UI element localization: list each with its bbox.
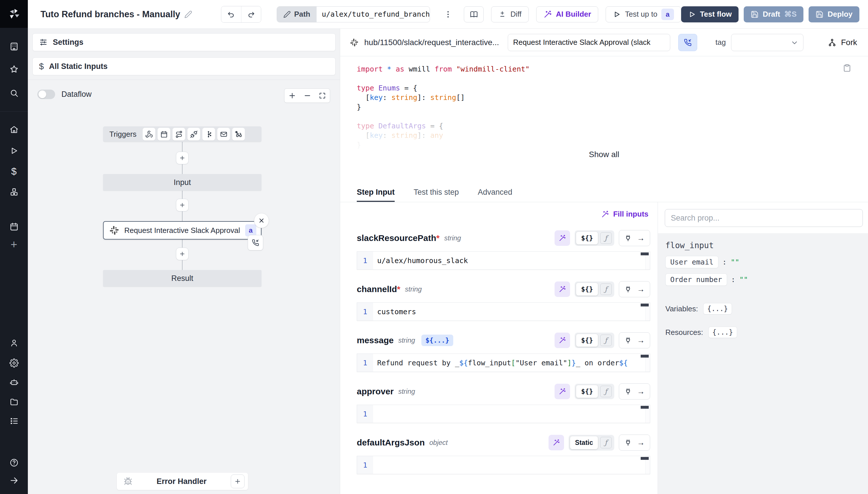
undo-button[interactable] bbox=[221, 6, 241, 22]
field-value[interactable] bbox=[373, 405, 650, 423]
prop-order-number[interactable]: Order number bbox=[665, 273, 727, 286]
workspace-icon[interactable] bbox=[9, 42, 19, 51]
template-mode-button[interactable]: ${} bbox=[576, 334, 598, 347]
prop-user-email[interactable]: User email bbox=[665, 256, 718, 268]
field-value-editor[interactable]: 1 bbox=[357, 405, 650, 423]
route-icon[interactable] bbox=[173, 128, 185, 140]
hub-script-path[interactable]: hub/11500/slack/request_interactive... bbox=[350, 38, 499, 47]
error-handler-node[interactable]: Error Handler bbox=[117, 473, 248, 490]
plug-icon[interactable] bbox=[624, 388, 632, 395]
kafka-icon[interactable] bbox=[202, 128, 215, 140]
draft-button[interactable]: Draft⌘S bbox=[744, 6, 804, 22]
workers-robot-icon[interactable] bbox=[9, 378, 19, 387]
expand-arrow-icon[interactable] bbox=[9, 476, 19, 485]
dataflow-toggle[interactable] bbox=[37, 90, 55, 99]
ai-fill-wand-button[interactable] bbox=[555, 230, 570, 246]
arrow-right-icon[interactable]: → bbox=[637, 234, 645, 243]
remove-step-button[interactable] bbox=[254, 213, 269, 228]
ai-fill-wand-button[interactable] bbox=[555, 282, 570, 297]
field-value[interactable] bbox=[373, 456, 650, 474]
diff-button[interactable]: Diff bbox=[491, 6, 529, 22]
zoom-out-button[interactable] bbox=[303, 92, 312, 100]
javascript-mode-button[interactable]: ƒ bbox=[600, 232, 612, 244]
favorites-star-icon[interactable] bbox=[9, 64, 19, 74]
variables-expand-pill[interactable]: {...} bbox=[703, 303, 732, 315]
field-value[interactable]: Refund request by _${flow_input["User em… bbox=[373, 354, 650, 372]
schedule-icon[interactable] bbox=[158, 128, 170, 140]
slack-approval-step-node[interactable]: Request Interactive Slack Approval (... … bbox=[103, 221, 261, 240]
add-plus-icon[interactable]: + bbox=[11, 238, 17, 251]
zoom-in-button[interactable] bbox=[288, 92, 296, 100]
field-value-editor[interactable]: 1 customers bbox=[357, 302, 650, 321]
test-up-to-button[interactable]: Test up toa bbox=[606, 6, 681, 22]
plug-icon[interactable] bbox=[624, 285, 632, 293]
plug-icon[interactable] bbox=[624, 439, 632, 446]
tab-step-input[interactable]: Step Input bbox=[357, 188, 395, 202]
schedules-calendar-icon[interactable] bbox=[9, 222, 19, 231]
websocket-plug-icon[interactable] bbox=[188, 128, 200, 140]
plug-icon[interactable] bbox=[624, 234, 632, 242]
more-options-kebab-icon[interactable] bbox=[444, 10, 452, 19]
runs-play-icon[interactable] bbox=[9, 146, 19, 155]
step-code-editor[interactable]: import * as wmill from "windmill-client"… bbox=[340, 56, 868, 184]
add-step-button[interactable] bbox=[176, 248, 189, 260]
path-input[interactable]: u/alex/tuto_refund_branches_ bbox=[317, 6, 430, 22]
poll-binoculars-icon[interactable] bbox=[232, 128, 245, 140]
plug-icon[interactable] bbox=[624, 337, 632, 344]
ai-fill-wand-button[interactable] bbox=[549, 435, 564, 450]
suspend-approval-phone-icon[interactable] bbox=[248, 235, 263, 250]
flow-settings-row[interactable]: Settings bbox=[33, 33, 336, 51]
prop-search-input[interactable] bbox=[671, 214, 857, 223]
template-mode-button[interactable]: ${} bbox=[576, 283, 598, 296]
step-summary-input[interactable]: Request Interactive Slack Approval (slac… bbox=[508, 34, 670, 51]
deploy-button[interactable]: Deploy bbox=[809, 6, 860, 22]
arrow-right-icon[interactable]: → bbox=[637, 336, 645, 345]
field-value-editor[interactable]: 1 bbox=[357, 456, 650, 474]
user-icon[interactable] bbox=[9, 338, 19, 347]
suspend-approval-phone-button[interactable] bbox=[678, 34, 697, 51]
fork-button[interactable]: Fork bbox=[828, 38, 857, 47]
add-step-button[interactable] bbox=[176, 199, 189, 211]
resources-cubes-icon[interactable] bbox=[9, 188, 19, 197]
input-node[interactable]: Input bbox=[103, 174, 261, 191]
all-static-inputs-row[interactable]: $ All Static Inputs bbox=[33, 57, 336, 75]
field-value[interactable]: customers bbox=[373, 303, 650, 321]
ai-builder-button[interactable]: AI Builder bbox=[536, 6, 598, 22]
variables-dollar-icon[interactable]: $ bbox=[11, 166, 17, 177]
edit-title-pencil-icon[interactable] bbox=[184, 10, 192, 18]
tag-select[interactable] bbox=[731, 34, 804, 51]
static-mode-button[interactable]: Static bbox=[570, 436, 598, 449]
prop-search[interactable] bbox=[665, 209, 863, 227]
ai-fill-wand-button[interactable] bbox=[555, 384, 570, 399]
field-value-editor[interactable]: 1 Refund request by _${flow_input["User … bbox=[357, 354, 650, 372]
template-mode-button[interactable]: ${} bbox=[576, 385, 598, 398]
arrow-right-icon[interactable]: → bbox=[637, 438, 645, 447]
field-value-editor[interactable]: 1 u/alex/humorous_slack bbox=[357, 251, 650, 270]
tab-test-this-step[interactable]: Test this step bbox=[414, 188, 459, 202]
add-error-handler-button[interactable] bbox=[231, 474, 244, 488]
javascript-mode-button[interactable]: ƒ bbox=[600, 335, 612, 346]
home-icon[interactable] bbox=[9, 125, 19, 134]
ai-fill-wand-button[interactable] bbox=[555, 332, 570, 348]
test-flow-button[interactable]: Test flow bbox=[681, 6, 739, 22]
resources-expand-pill[interactable]: {...} bbox=[708, 326, 737, 338]
result-node[interactable]: Result bbox=[103, 270, 261, 287]
docs-book-button[interactable] bbox=[464, 6, 484, 22]
field-value[interactable]: u/alex/humorous_slack bbox=[373, 252, 650, 269]
arrow-right-icon[interactable]: → bbox=[637, 285, 645, 294]
triggers-bar[interactable]: Triggers bbox=[103, 126, 261, 142]
copy-code-icon[interactable] bbox=[843, 64, 851, 72]
javascript-mode-button[interactable]: ƒ bbox=[600, 386, 612, 397]
fit-view-button[interactable] bbox=[319, 92, 326, 99]
help-icon[interactable] bbox=[9, 458, 19, 467]
fill-inputs-button[interactable]: Fill inputs bbox=[601, 210, 648, 218]
email-icon[interactable] bbox=[217, 128, 230, 140]
javascript-mode-button[interactable]: ƒ bbox=[600, 437, 612, 448]
audit-list-icon[interactable] bbox=[9, 416, 19, 426]
tab-advanced[interactable]: Advanced bbox=[478, 188, 512, 202]
add-step-button[interactable] bbox=[176, 152, 189, 164]
javascript-mode-button[interactable]: ƒ bbox=[600, 284, 612, 295]
arrow-right-icon[interactable]: → bbox=[637, 387, 645, 396]
settings-gear-icon[interactable] bbox=[9, 358, 19, 368]
template-mode-button[interactable]: ${} bbox=[576, 232, 598, 244]
